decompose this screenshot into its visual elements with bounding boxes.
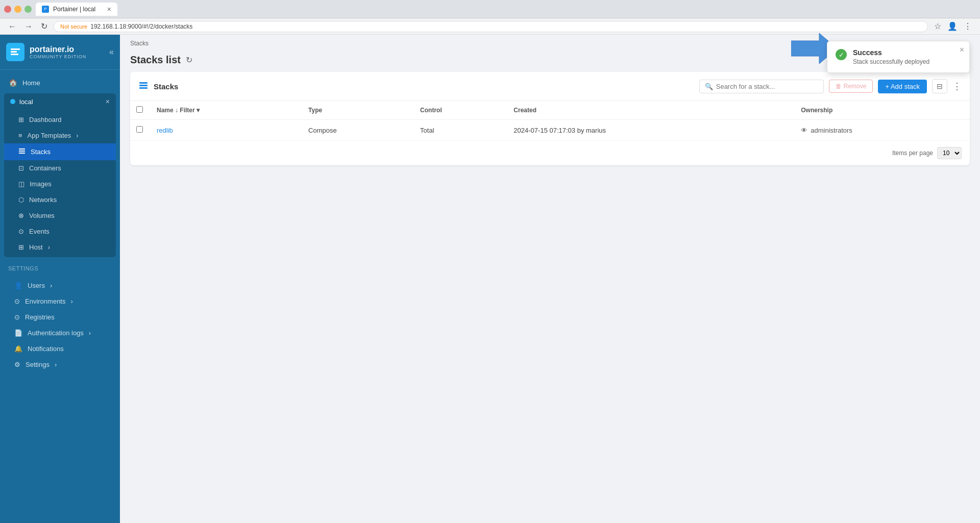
created-col-label: Created [513, 107, 536, 114]
remove-button[interactable]: 🗑 Remove [829, 80, 873, 93]
created-cell: 2024-07-15 07:17:03 by marius [507, 120, 795, 141]
sidebar-item-volumes[interactable]: ⊗ Volumes [4, 208, 116, 223]
env-nav: ⊞ Dashboard ≡ App Templates › [4, 110, 116, 257]
sidebar-nav: 🏠 Home local × ⊞ Dashboard [0, 70, 120, 523]
card-title-label: Stacks [154, 82, 178, 91]
items-per-page-label: Items per page [892, 150, 933, 157]
sidebar-item-environments[interactable]: ⊙ Environments › [0, 293, 120, 309]
name-col-label: Name [157, 107, 174, 114]
active-tab[interactable]: P Portainer | local × [36, 3, 117, 16]
sidebar-item-auth-logs[interactable]: 📄 Authentication logs › [0, 325, 120, 341]
svg-rect-6 [139, 82, 148, 84]
main-content: Stacks Stacks list ↻ [120, 35, 980, 523]
notifications-icon: 🔔 [14, 345, 22, 353]
browser-maximize-btn[interactable]: + [24, 6, 32, 13]
tab-bar: P Portainer | local × [36, 3, 976, 16]
browser-chrome: × − + P Portainer | local × [0, 0, 980, 18]
sidebar-item-users[interactable]: 👤 Users › [0, 278, 120, 293]
toast-content: Success Stack successfully deployed [853, 48, 961, 65]
sidebar-header: portainer.io COMMUNITY EDITION « [0, 35, 120, 70]
sidebar-item-app-templates[interactable]: ≡ App Templates › [4, 128, 116, 143]
star-button[interactable]: ☆ [932, 19, 943, 33]
app-templates-icon: ≡ [18, 132, 22, 139]
menu-button[interactable]: ⋮ [962, 19, 974, 33]
logo-edition: COMMUNITY EDITION [30, 54, 86, 59]
notifications-label: Notifications [28, 345, 64, 353]
column-view-button[interactable]: ⊟ [932, 79, 947, 93]
host-chevron: › [48, 243, 50, 251]
filter-icon[interactable]: Filter ▾ [180, 107, 200, 114]
row-checkbox[interactable] [136, 126, 143, 133]
settings-label: Settings [8, 265, 112, 271]
stack-link[interactable]: redlib [157, 127, 173, 134]
settings-chevron: › [55, 361, 57, 368]
created-col-header[interactable]: Created [507, 101, 795, 120]
users-chevron: › [50, 282, 52, 289]
sidebar-item-stacks[interactable]: Stacks [4, 143, 116, 160]
browser-minimize-btn[interactable]: − [14, 6, 21, 13]
svg-rect-7 [139, 85, 148, 86]
tab-close-btn[interactable]: × [107, 6, 111, 13]
networks-label: Networks [29, 196, 57, 204]
auth-logs-label: Authentication logs [28, 329, 84, 337]
home-icon: 🏠 [8, 79, 17, 87]
control-cell: Total [414, 120, 507, 141]
sidebar-item-home[interactable]: 🏠 Home [0, 74, 120, 91]
browser-close-btn[interactable]: × [4, 6, 11, 13]
more-options-button[interactable]: ⋮ [952, 81, 962, 92]
images-label: Images [30, 180, 52, 188]
sidebar-item-host[interactable]: ⊞ Host › [4, 239, 116, 255]
table-footer: Items per page 10 25 50 [130, 141, 970, 165]
success-toast: ✓ Success Stack successfully deployed × [827, 41, 970, 73]
toast-close-button[interactable]: × [960, 45, 964, 55]
env-name-label: local [19, 98, 33, 106]
name-col-header[interactable]: Name ↓ Filter ▾ [151, 101, 302, 120]
type-col-label: Type [308, 107, 322, 114]
svg-rect-8 [139, 87, 148, 89]
sidebar-collapse-btn[interactable]: « [109, 47, 114, 57]
browser-nav: ← → ↻ Not secure 192.168.1.18:9000/#!/2/… [0, 18, 980, 35]
ownership-cell: 👁 administrators [795, 120, 970, 141]
ownership-col-header[interactable]: Ownership [795, 101, 970, 120]
sidebar-item-images[interactable]: ◫ Images [4, 176, 116, 192]
items-per-page-select[interactable]: 10 25 50 [937, 147, 962, 159]
add-stack-button[interactable]: + Add stack [878, 80, 927, 93]
page-title: Stacks list [130, 54, 181, 66]
images-icon: ◫ [18, 180, 24, 188]
control-col-header[interactable]: Control [414, 101, 507, 120]
profile-button[interactable]: 👤 [945, 19, 960, 33]
toast-title: Success [853, 48, 961, 57]
browser-controls: × − + [4, 6, 32, 13]
search-icon: 🔍 [705, 83, 713, 90]
back-button[interactable]: ← [6, 20, 18, 33]
environments-chevron: › [70, 297, 72, 305]
select-all-checkbox[interactable] [136, 106, 143, 113]
events-icon: ⊙ [18, 228, 24, 235]
sidebar-item-events[interactable]: ⊙ Events [4, 223, 116, 239]
registries-label: Registries [25, 313, 55, 321]
sidebar-item-notifications[interactable]: 🔔 Notifications [0, 341, 120, 357]
table-header: Name ↓ Filter ▾ Type Control Created [130, 101, 970, 120]
stacks-label: Stacks [31, 148, 51, 156]
volumes-icon: ⊗ [18, 212, 24, 219]
app-templates-chevron: › [76, 132, 78, 139]
auth-logs-icon: 📄 [14, 329, 22, 337]
svg-rect-0 [11, 48, 20, 50]
sidebar-item-settings[interactable]: ⚙ Settings › [0, 357, 120, 372]
sidebar-item-networks[interactable]: ⬡ Networks [4, 192, 116, 208]
type-col-header[interactable]: Type [302, 101, 414, 120]
refresh-button[interactable]: ↻ [186, 55, 192, 65]
forward-button[interactable]: → [22, 20, 35, 33]
settings-icon: ⚙ [14, 361, 20, 368]
address-bar[interactable]: Not secure 192.168.1.18:9000/#!/2/docker… [54, 21, 928, 32]
sidebar-item-registries[interactable]: ⊙ Registries [0, 309, 120, 325]
stacks-table: Name ↓ Filter ▾ Type Control Created [130, 101, 970, 141]
stacks-icon [18, 147, 26, 156]
sidebar-item-containers[interactable]: ⊡ Containers [4, 160, 116, 176]
registries-icon: ⊙ [14, 313, 20, 321]
search-input[interactable] [716, 83, 818, 90]
env-close-btn[interactable]: × [106, 97, 110, 106]
sidebar-item-dashboard[interactable]: ⊞ Dashboard [4, 112, 116, 128]
env-header[interactable]: local × [4, 93, 116, 110]
reload-button[interactable]: ↻ [39, 19, 50, 33]
